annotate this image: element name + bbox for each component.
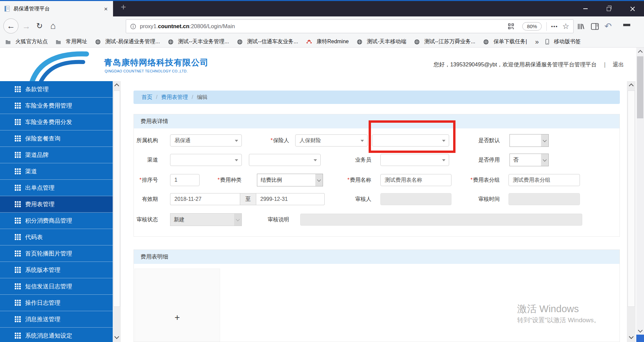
menu-button[interactable]	[623, 16, 630, 36]
globe-icon	[237, 39, 245, 45]
content-scrollbar[interactable]	[627, 81, 636, 342]
url-text[interactable]: proxy1.countnet.cn:20806/Login/Main	[140, 23, 508, 30]
tab-bar: 易保通管理平台 × +	[0, 0, 644, 16]
sidebar-item-label: 系统消息通知设定	[25, 332, 72, 340]
new-tab-button[interactable]: +	[118, 2, 129, 12]
sidebar-item[interactable]: 操作日志管理	[0, 295, 113, 311]
panel-title: 费用表明细	[134, 250, 620, 264]
bookmarks-overflow-icon[interactable]: »	[535, 38, 539, 46]
page-actions-icon[interactable]: •••	[551, 23, 558, 29]
back-button[interactable]: ←	[3, 18, 18, 34]
browser-scrollbar[interactable]	[636, 48, 644, 342]
sort-input[interactable]	[170, 174, 200, 186]
bookmark-item[interactable]: 测试-易保通业务管理...	[95, 38, 160, 45]
auditor-input	[380, 193, 451, 205]
sidebar-item[interactable]: 消息推送管理	[0, 311, 113, 328]
add-detail-card[interactable]: +	[135, 269, 220, 342]
menu-grid-icon	[15, 267, 21, 273]
sidebar-item[interactable]: 首页轮播图片管理	[0, 245, 113, 262]
bookmark-item[interactable]: 常用网址	[56, 38, 87, 45]
auditstatus-select: 新建	[170, 213, 242, 226]
scroll-down-icon[interactable]	[638, 328, 642, 333]
bookmark-star-icon[interactable]: ☆	[562, 22, 569, 31]
minimize-button[interactable]	[574, 1, 597, 16]
valid-to-separator: 至	[240, 193, 256, 205]
bookmark-item[interactable]: 测试--信通车友业务...	[237, 38, 298, 45]
restore-button[interactable]	[597, 1, 621, 16]
sidebar-item[interactable]: 系统版本管理	[0, 262, 113, 278]
org-select[interactable]: 易保通	[170, 134, 242, 147]
page-info-icon[interactable]	[130, 23, 136, 30]
sidebar-item[interactable]: 短信发送日志管理	[0, 278, 113, 295]
sidebar-item[interactable]: 费用表管理	[0, 196, 113, 213]
bookmark-item[interactable]: 测试-天丰移动端	[357, 38, 406, 45]
bookmark-item[interactable]: 康特Redmine	[306, 38, 349, 45]
breadcrumb-link[interactable]: 首页	[142, 94, 152, 101]
default-label: 是否默认	[476, 134, 500, 147]
scroll-up-icon[interactable]	[638, 50, 642, 55]
sidebar-item[interactable]: 车险业务费用管理	[0, 98, 113, 114]
sidebar-item[interactable]: 渠道	[0, 163, 113, 180]
scroll-up-icon[interactable]	[114, 83, 119, 88]
feegroup-input[interactable]	[508, 174, 580, 186]
sidebar-scrollbar[interactable]	[113, 81, 121, 342]
feename-input[interactable]	[380, 174, 451, 186]
default-select[interactable]	[509, 134, 549, 147]
scroll-down-icon[interactable]	[114, 334, 119, 339]
chevron-down-icon	[543, 138, 546, 142]
home-button[interactable]: ⌂	[50, 21, 56, 31]
scrollbar-thumb[interactable]	[113, 91, 120, 307]
zoom-level-button[interactable]: 80%	[522, 22, 542, 31]
insurer-branch-select[interactable]	[372, 134, 449, 147]
sidebar-item-label: 短信发送日志管理	[25, 282, 72, 290]
reload-button[interactable]: ↻	[36, 21, 43, 31]
sidebar-item[interactable]: 条款管理	[0, 81, 113, 98]
logout-link[interactable]: 退出	[613, 61, 624, 68]
undo-button[interactable]: ↶	[604, 16, 612, 36]
scrollbar-thumb[interactable]	[637, 56, 643, 118]
globe-icon	[168, 39, 176, 45]
feetype-select[interactable]: 结费比例	[257, 174, 323, 186]
forward-button[interactable]: →	[22, 21, 31, 31]
channel-select-2[interactable]	[249, 154, 321, 166]
tab-close-icon[interactable]: ×	[103, 5, 109, 13]
sidebar-item[interactable]: 积分消费商品管理	[0, 213, 113, 229]
scrollbar-corner	[636, 335, 644, 342]
tab-title: 易保通管理平台	[13, 5, 103, 12]
redmine-icon	[306, 40, 314, 44]
sidebars-button[interactable]	[591, 16, 599, 36]
sidebar-item[interactable]: 代码表	[0, 229, 113, 245]
sidebar-item[interactable]: 车险业务费用分发	[0, 114, 113, 130]
scroll-down-icon[interactable]	[629, 334, 634, 339]
breadcrumb-link[interactable]: 费用表管理	[161, 94, 188, 101]
bookmark-item[interactable]: 火狐官方站点	[5, 38, 48, 45]
menu-grid-icon	[15, 103, 21, 109]
close-button[interactable]	[621, 1, 644, 16]
valid-to-input[interactable]	[256, 193, 325, 205]
close-icon	[630, 6, 635, 11]
sidebar-item[interactable]: 系统消息通知设定	[0, 328, 113, 342]
bookmark-item[interactable]: 保单下载任务|	[483, 38, 527, 45]
valid-from-input[interactable]	[170, 193, 240, 205]
library-button[interactable]	[577, 16, 584, 36]
sidebar-item[interactable]: 保险套餐查询	[0, 130, 113, 147]
auditnote-input	[300, 214, 582, 226]
scrollbar-thumb[interactable]	[628, 91, 635, 307]
sidebar-item[interactable]: 渠道品牌	[0, 147, 113, 163]
valid-label: 有效期	[134, 193, 158, 205]
sidebar-item-label: 保险套餐查询	[25, 134, 60, 142]
channel-select-1[interactable]	[170, 154, 242, 166]
qr-scan-icon[interactable]	[508, 23, 514, 29]
stop-select[interactable]: 否	[509, 154, 549, 166]
insurer-select[interactable]: 人保财险	[295, 134, 368, 147]
bookmark-item[interactable]: 移动版书签	[545, 38, 581, 45]
scroll-up-icon[interactable]	[629, 83, 634, 88]
url-bar[interactable]: proxy1.countnet.cn:20806/Login/Main 80% …	[126, 19, 574, 33]
bookmark-item[interactable]: 测试--江苏万舜业务...	[414, 38, 475, 45]
salesman-select[interactable]	[380, 154, 449, 166]
bookmark-item[interactable]: 测试--天丰业务管理...	[168, 38, 229, 45]
bookmark-label: 测试-易保通业务管理...	[105, 38, 160, 45]
sidebar-item[interactable]: 出单点管理	[0, 180, 113, 196]
browser-tab[interactable]: 易保通管理平台 ×	[0, 1, 113, 16]
windows-watermark-line2: 转到“设置”以激活 Windows。	[517, 316, 600, 325]
